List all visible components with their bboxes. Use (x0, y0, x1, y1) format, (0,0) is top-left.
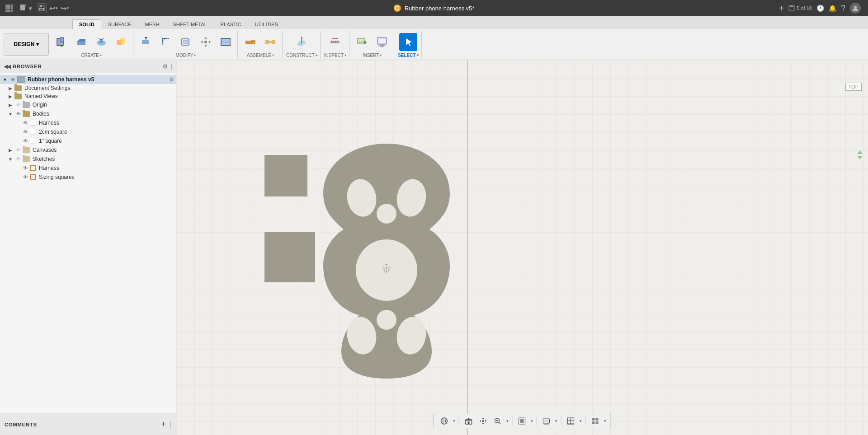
home-view-btn[interactable] (463, 416, 475, 426)
svg-rect-96 (520, 419, 524, 423)
add-comment-btn[interactable]: + (161, 420, 166, 429)
body-2cm-vis[interactable]: 👁 (22, 128, 29, 136)
tab-mesh[interactable]: MESH (138, 19, 166, 29)
profile-btn[interactable] (850, 3, 861, 14)
canvases-vis[interactable]: 👁 (14, 146, 22, 154)
comments-panel: COMMENTS + | (0, 413, 176, 435)
file-menu-btn[interactable]: ▾ (17, 3, 34, 14)
svg-text:SVG: SVG (359, 40, 365, 43)
body-2cm-icon (30, 129, 36, 135)
svg-rect-8 (11, 10, 13, 12)
tree-sketch-sizing[interactable]: 👁 Sizing squares (0, 173, 176, 182)
bodies-vis-icon[interactable]: 👁 (14, 110, 22, 117)
insert-label[interactable]: INSERT▾ (363, 53, 382, 58)
construct-label[interactable]: CONSTRUCT▾ (286, 53, 317, 58)
named-views-expand[interactable]: ▶ (7, 93, 14, 99)
shell-btn[interactable] (177, 33, 195, 51)
as-built-btn[interactable] (261, 33, 279, 51)
display-settings-btn[interactable] (541, 416, 552, 426)
add-document-btn[interactable]: + (779, 3, 784, 14)
rectangle-btn[interactable] (217, 33, 235, 51)
origin-folder (23, 102, 30, 108)
tab-utilities[interactable]: UTILITIES (248, 19, 285, 29)
bodies-expand[interactable]: ▼ (7, 111, 14, 117)
tree-body-2cm[interactable]: 👁 2cm square (0, 127, 176, 136)
svg-point-90 (482, 420, 484, 422)
sketches-expand[interactable]: ▼ (7, 156, 14, 162)
tree-body-harness[interactable]: 👁 Harness (0, 118, 176, 127)
tree-sketches[interactable]: ▼ 👁 Sketches (0, 154, 176, 164)
history-btn[interactable]: 🕐 (816, 5, 824, 12)
combine-btn[interactable] (112, 33, 130, 51)
svg-marker-88 (480, 420, 481, 422)
new-component-btn[interactable] (52, 33, 71, 51)
browser-settings-icon[interactable]: ⚙ (162, 63, 168, 70)
offset-plane-btn[interactable] (292, 33, 311, 51)
sketch-harness-vis[interactable]: 👁 (22, 164, 29, 172)
revolve-btn[interactable] (92, 33, 110, 51)
pan-btn[interactable] (477, 416, 489, 426)
joint-btn[interactable] (241, 33, 259, 51)
origin-vis-icon[interactable]: 👁 (14, 101, 22, 108)
canvas-btn[interactable] (373, 33, 391, 51)
svg-marker-25 (77, 39, 85, 42)
doc-title-text: Rubber phone harness v5* (405, 5, 475, 12)
orbit-btn[interactable] (439, 416, 450, 426)
select-label[interactable]: SELECT▾ (398, 53, 418, 58)
tab-solid[interactable]: SOLID (72, 19, 101, 29)
fillet-btn[interactable] (157, 33, 175, 51)
save-btn[interactable] (37, 3, 47, 13)
create-label[interactable]: CREATE▾ (81, 53, 102, 58)
tree-origin[interactable]: ▶ 👁 Origin (0, 100, 176, 109)
doc-settings-expand[interactable]: ▶ (7, 85, 14, 91)
svg-rect-14 (40, 9, 43, 10)
measure-btn[interactable] (326, 33, 344, 51)
root-settings-icon[interactable]: ⚙ (169, 76, 174, 83)
tree-doc-settings[interactable]: ▶ Document Settings (0, 84, 176, 92)
sketch-sizing-vis[interactable]: 👁 (22, 173, 29, 181)
redo-btn[interactable]: ↪ ▾ (61, 4, 69, 13)
tab-sheet-metal[interactable]: SHEET METAL (166, 19, 213, 29)
notifications-btn[interactable]: 🔔 (829, 5, 836, 12)
svg-marker-86 (482, 418, 485, 419)
more-btn[interactable] (590, 416, 601, 426)
tree-bodies[interactable]: ▼ 👁 Bodies (0, 109, 176, 118)
svg-rect-0 (5, 5, 8, 7)
move-btn[interactable] (197, 33, 215, 51)
collapse-browser-btn[interactable]: ◀◀ (4, 63, 10, 70)
sketches-folder (23, 156, 30, 162)
tree-named-views[interactable]: ▶ Named Views (0, 92, 176, 100)
page-count: 5 of 10 (788, 5, 812, 11)
browser-pin-icon[interactable]: | (171, 63, 172, 70)
body-harness-vis[interactable]: 👁 (22, 119, 29, 126)
tree-sketch-harness[interactable]: 👁 Harness (0, 164, 176, 173)
tab-surface[interactable]: SURFACE (101, 19, 138, 29)
tab-plastic[interactable]: PLASTIC (214, 19, 248, 29)
extrude-btn[interactable] (72, 33, 90, 51)
zoom-btn[interactable] (492, 416, 504, 426)
inspect-label[interactable]: INSPECT▾ (324, 53, 346, 58)
modify-label[interactable]: MODIFY▾ (176, 53, 196, 58)
help-btn[interactable]: ? (841, 4, 845, 13)
apps-grid-icon[interactable] (4, 3, 14, 14)
push-pull-btn[interactable] (137, 33, 155, 51)
root-vis-icon[interactable]: 👁 (9, 76, 16, 83)
origin-expand[interactable]: ▶ (7, 102, 14, 108)
design-btn[interactable]: DESIGN ▾ (4, 33, 49, 56)
svg-rect-45 (265, 40, 269, 44)
svg-insert-btn[interactable]: SVG (353, 33, 371, 51)
fit-btn[interactable] (516, 416, 528, 426)
undo-btn[interactable]: ↩ ▾ (49, 4, 58, 13)
select-btn[interactable] (399, 33, 417, 51)
body-1in-vis[interactable]: 👁 (22, 137, 29, 145)
tree-root[interactable]: ▼ 👁 Rubber phone harness v5 ⚙ (0, 75, 176, 84)
sketches-vis[interactable]: 👁 (14, 155, 22, 163)
tree-body-1in[interactable]: 👁 1" square (0, 136, 176, 145)
canvas-area[interactable]: TOP (176, 60, 868, 435)
assemble-label[interactable]: ASSEMBLE▾ (247, 53, 274, 58)
svg-rect-30 (142, 40, 149, 44)
canvases-expand[interactable]: ▶ (7, 147, 14, 153)
grid-btn[interactable] (565, 416, 577, 426)
tree-canvases[interactable]: ▶ 👁 Canvases (0, 145, 176, 154)
root-expand-icon[interactable]: ▼ (2, 76, 8, 83)
